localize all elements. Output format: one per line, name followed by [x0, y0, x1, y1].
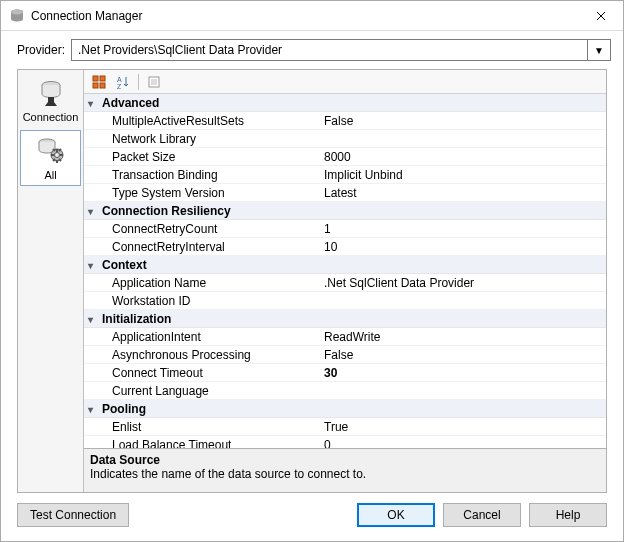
property-row[interactable]: MultipleActiveResultSetsFalse: [84, 112, 606, 130]
property-value[interactable]: Implicit Unbind: [322, 166, 606, 183]
property-name: Network Library: [84, 130, 322, 147]
collapse-icon[interactable]: ▾: [88, 205, 98, 219]
property-grid[interactable]: ▾AdvancedMultipleActiveResultSetsFalseNe…: [84, 94, 606, 448]
help-button[interactable]: Help: [529, 503, 607, 527]
collapse-icon[interactable]: ▾: [88, 97, 98, 111]
description-title: Data Source: [90, 453, 600, 467]
svg-rect-7: [100, 76, 105, 81]
provider-value: .Net Providers\SqlClient Data Provider: [78, 43, 282, 57]
property-name: Application Name: [84, 274, 322, 291]
sidebar-tab-label: All: [44, 169, 56, 181]
description-panel: Data Source Indicates the name of the da…: [84, 448, 606, 492]
property-value[interactable]: False: [322, 346, 606, 363]
property-value[interactable]: [322, 130, 606, 147]
category-header[interactable]: ▾Initialization: [84, 310, 606, 328]
property-value[interactable]: ReadWrite: [322, 328, 606, 345]
property-row[interactable]: ConnectRetryInterval10: [84, 238, 606, 256]
sidebar-tab-all[interactable]: All: [20, 130, 81, 186]
property-name: Packet Size: [84, 148, 322, 165]
category-header[interactable]: ▾Pooling: [84, 400, 606, 418]
property-value[interactable]: [322, 292, 606, 309]
svg-text:A: A: [117, 76, 122, 83]
property-value[interactable]: 8000: [322, 148, 606, 165]
property-name: Asynchronous Processing: [84, 346, 322, 363]
property-pages-button[interactable]: [143, 72, 165, 92]
app-icon: [9, 8, 25, 24]
category-header[interactable]: ▾Connection Resiliency: [84, 202, 606, 220]
property-value[interactable]: 0: [322, 436, 606, 448]
property-row[interactable]: Type System VersionLatest: [84, 184, 606, 202]
property-name: Type System Version: [84, 184, 322, 201]
property-value[interactable]: Latest: [322, 184, 606, 201]
property-row[interactable]: Network Library: [84, 130, 606, 148]
property-name: Workstation ID: [84, 292, 322, 309]
connection-icon: [35, 77, 67, 109]
svg-rect-6: [93, 76, 98, 81]
category-name: Connection Resiliency: [102, 204, 231, 218]
category-name: Initialization: [102, 312, 171, 326]
property-name: Current Language: [84, 382, 322, 399]
ok-button[interactable]: OK: [357, 503, 435, 527]
sidebar: Connection All: [18, 70, 84, 492]
property-name: Enlist: [84, 418, 322, 435]
all-icon: [35, 135, 67, 167]
category-name: Pooling: [102, 402, 146, 416]
property-name: ConnectRetryCount: [84, 220, 322, 237]
property-row[interactable]: Asynchronous ProcessingFalse: [84, 346, 606, 364]
cancel-button[interactable]: Cancel: [443, 503, 521, 527]
property-row[interactable]: ApplicationIntentReadWrite: [84, 328, 606, 346]
svg-point-5: [54, 153, 59, 158]
collapse-icon[interactable]: ▾: [88, 259, 98, 273]
property-row[interactable]: Workstation ID: [84, 292, 606, 310]
close-button[interactable]: [579, 1, 623, 31]
category-header[interactable]: ▾Advanced: [84, 94, 606, 112]
property-row[interactable]: Packet Size8000: [84, 148, 606, 166]
sidebar-tab-label: Connection: [23, 111, 79, 123]
property-row[interactable]: Transaction BindingImplicit Unbind: [84, 166, 606, 184]
sidebar-tab-connection[interactable]: Connection: [20, 72, 81, 128]
property-row[interactable]: Load Balance Timeout0: [84, 436, 606, 448]
property-row[interactable]: EnlistTrue: [84, 418, 606, 436]
property-row[interactable]: ConnectRetryCount1: [84, 220, 606, 238]
property-name: ApplicationIntent: [84, 328, 322, 345]
category-header[interactable]: ▾Context: [84, 256, 606, 274]
property-row[interactable]: Application Name.Net SqlClient Data Prov…: [84, 274, 606, 292]
svg-rect-8: [93, 83, 98, 88]
property-toolbar: A Z: [84, 70, 606, 94]
chevron-down-icon: ▼: [587, 40, 604, 60]
main-panel: Connection All: [17, 69, 607, 493]
category-name: Advanced: [102, 96, 159, 110]
property-row[interactable]: Connect Timeout30: [84, 364, 606, 382]
collapse-icon[interactable]: ▾: [88, 313, 98, 327]
svg-rect-9: [100, 83, 105, 88]
categorized-button[interactable]: [88, 72, 110, 92]
collapse-icon[interactable]: ▾: [88, 403, 98, 417]
provider-label: Provider:: [17, 43, 65, 57]
property-value[interactable]: True: [322, 418, 606, 435]
provider-row: Provider: .Net Providers\SqlClient Data …: [1, 31, 623, 69]
property-name: Transaction Binding: [84, 166, 322, 183]
property-grid-panel: A Z ▾AdvancedMultipleActiveResultSetsFal…: [84, 70, 606, 492]
property-value[interactable]: False: [322, 112, 606, 129]
alphabetical-button[interactable]: A Z: [112, 72, 134, 92]
test-connection-button[interactable]: Test Connection: [17, 503, 129, 527]
property-name: Connect Timeout: [84, 364, 322, 381]
provider-select[interactable]: .Net Providers\SqlClient Data Provider ▼: [71, 39, 611, 61]
category-name: Context: [102, 258, 147, 272]
button-row: Test Connection OK Cancel Help: [1, 493, 623, 541]
property-value[interactable]: 1: [322, 220, 606, 237]
svg-text:Z: Z: [117, 83, 122, 89]
titlebar: Connection Manager: [1, 1, 623, 31]
property-value[interactable]: .Net SqlClient Data Provider: [322, 274, 606, 291]
property-name: MultipleActiveResultSets: [84, 112, 322, 129]
window-title: Connection Manager: [31, 9, 579, 23]
property-name: ConnectRetryInterval: [84, 238, 322, 255]
property-row[interactable]: Current Language: [84, 382, 606, 400]
svg-point-1: [11, 9, 23, 14]
property-value[interactable]: 30: [322, 364, 606, 381]
property-name: Load Balance Timeout: [84, 436, 322, 448]
property-value[interactable]: [322, 382, 606, 399]
description-text: Indicates the name of the data source to…: [90, 467, 600, 481]
property-value[interactable]: 10: [322, 238, 606, 255]
toolbar-divider: [138, 74, 139, 90]
